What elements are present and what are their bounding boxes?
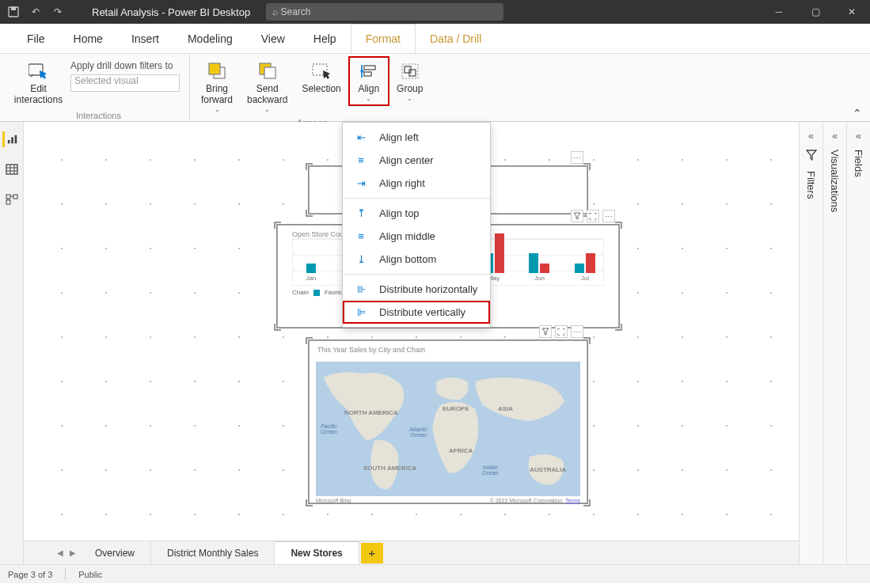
svg-rect-7 (264, 67, 275, 78)
align-left-icon: ⇤ (354, 131, 368, 143)
ribbon-group-label: Interactions (13, 109, 184, 123)
page-indicator: Page 3 of 3 (8, 570, 52, 579)
selection-icon (311, 60, 332, 82)
map-copyright: © 2022 Microsoft Corporation (490, 498, 563, 503)
visual-options-icon[interactable]: ⋯ (571, 151, 583, 164)
tab-data-drill[interactable]: Data / Drill (416, 25, 496, 53)
chevron-down-icon: ⌄ (407, 95, 412, 102)
app-title: Retail Analysis - Power BI Desktop (74, 6, 250, 18)
filter-icon (806, 150, 817, 163)
expand-icon[interactable]: « (808, 130, 814, 142)
align-bottom-icon: ⤓ (354, 253, 368, 265)
filter-icon[interactable] (539, 325, 552, 338)
align-middle-item[interactable]: ≡Align middle (343, 225, 490, 248)
edit-interactions-button[interactable]: Edit interactions (13, 57, 64, 109)
search-box[interactable]: ⌕ Search (266, 3, 503, 21)
page-tab-district[interactable]: District Monthly Sales (151, 541, 275, 564)
visual-options-icon[interactable]: ⋯ (602, 210, 615, 222)
page-add-button[interactable]: + (361, 543, 383, 563)
undo-icon[interactable]: ↶ (30, 6, 41, 17)
tab-view[interactable]: View (247, 25, 299, 53)
group-button[interactable]: Group ⌄ (390, 57, 430, 105)
save-icon[interactable] (8, 6, 19, 17)
chevron-down-icon: ⌄ (366, 95, 371, 102)
svg-rect-24 (13, 195, 17, 199)
filter-icon[interactable] (571, 210, 583, 222)
tab-format[interactable]: Format (351, 24, 416, 53)
svg-rect-17 (15, 135, 17, 144)
map-visual[interactable]: ⛶ ⋯ This Year Sales by City and Chain NO… (309, 340, 587, 503)
page-tabs: ◀ ▶ Overview District Monthly Sales New … (24, 541, 799, 564)
status-bar: Page 3 of 3 Public (0, 564, 870, 583)
align-dropdown: ⇤Align left ≡Align center ⇥Align right ⤒… (342, 122, 491, 328)
ribbon-tabs: File Home Insert Modeling View Help Form… (0, 24, 870, 54)
filters-pane-collapsed[interactable]: « Filters (799, 122, 823, 564)
access-level: Public (78, 570, 102, 579)
align-center-item[interactable]: ≡Align center (343, 149, 490, 172)
page-tab-overview[interactable]: Overview (79, 541, 151, 564)
edit-interactions-icon (28, 60, 49, 82)
svg-rect-23 (6, 195, 10, 199)
map-terms-link[interactable]: Terms (565, 498, 580, 503)
visualizations-pane-collapsed[interactable]: « Visualizations (823, 122, 846, 564)
fields-pane-collapsed[interactable]: « Fields (846, 122, 870, 564)
align-icon (359, 60, 378, 82)
window-minimize[interactable]: ─ (761, 0, 797, 24)
report-view-icon[interactable] (2, 131, 18, 147)
window-close[interactable]: ✕ (834, 0, 870, 24)
svg-rect-18 (6, 165, 17, 174)
tab-help[interactable]: Help (299, 25, 351, 53)
page-next-icon[interactable]: ▶ (66, 548, 79, 557)
svg-rect-1 (11, 7, 16, 10)
window-maximize[interactable]: ▢ (797, 0, 834, 24)
bring-forward-button[interactable]: Bring forward ⌄ (195, 57, 239, 116)
model-view-icon[interactable] (4, 192, 20, 207)
align-right-item[interactable]: ⇥Align right (343, 172, 490, 195)
tab-home[interactable]: Home (59, 25, 117, 53)
align-top-icon: ⤒ (354, 207, 368, 219)
search-icon: ⌕ (272, 6, 278, 17)
page-tab-newstores[interactable]: New Stores (275, 541, 359, 564)
distribute-vertical-icon: ⊫ (354, 306, 368, 318)
tab-file[interactable]: File (13, 25, 59, 53)
collapse-ribbon-icon[interactable]: ⌃ (853, 107, 862, 119)
data-view-icon[interactable] (4, 161, 20, 177)
focus-icon[interactable]: ⛶ (555, 325, 568, 338)
svg-rect-5 (209, 63, 220, 74)
redo-icon[interactable]: ↷ (52, 6, 63, 17)
expand-icon[interactable]: « (832, 130, 838, 142)
focus-icon[interactable]: ⛶ (587, 210, 599, 222)
page-prev-icon[interactable]: ◀ (54, 548, 66, 557)
chevron-down-icon: ⌄ (215, 106, 220, 113)
align-button[interactable]: Align ⌄ (349, 57, 389, 105)
tab-insert[interactable]: Insert (117, 25, 173, 53)
map-area: NORTH AMERICA SOUTH AMERICA EUROPE AFRIC… (316, 362, 580, 496)
svg-rect-10 (364, 66, 375, 70)
pane-label: Filters (805, 171, 817, 199)
distribute-horizontal-item[interactable]: ⊪Distribute horizontally (343, 278, 490, 301)
align-top-item[interactable]: ⤒Align top (343, 202, 490, 225)
pane-label: Fields (853, 150, 864, 177)
align-middle-icon: ≡ (354, 230, 368, 242)
bring-forward-icon (207, 60, 226, 82)
distribute-vertical-item[interactable]: ⊫Distribute vertically (343, 301, 490, 324)
chevron-down-icon: ⌄ (264, 106, 270, 113)
distribute-horizontal-icon: ⊪ (354, 283, 368, 295)
ribbon-btn-label: Edit interactions (14, 84, 63, 106)
legend-axis: Chain (292, 289, 309, 296)
selection-button[interactable]: Selection (295, 57, 347, 98)
visual-options-icon[interactable]: ⋯ (571, 325, 583, 338)
group-icon (401, 60, 420, 82)
dropdown-separator (343, 274, 490, 275)
search-placeholder: Search (280, 6, 310, 17)
expand-icon[interactable]: « (856, 130, 861, 142)
drill-filters-select[interactable]: Selected visual (70, 74, 180, 92)
svg-rect-11 (364, 72, 371, 76)
send-backward-button[interactable]: Send backward ⌄ (241, 57, 294, 116)
align-left-item[interactable]: ⇤Align left (343, 126, 490, 149)
view-rail (0, 122, 24, 564)
svg-rect-25 (6, 200, 10, 204)
drill-filters-label: Apply drill down filters to (66, 57, 184, 71)
tab-modeling[interactable]: Modeling (173, 25, 247, 53)
align-bottom-item[interactable]: ⤓Align bottom (343, 248, 490, 271)
